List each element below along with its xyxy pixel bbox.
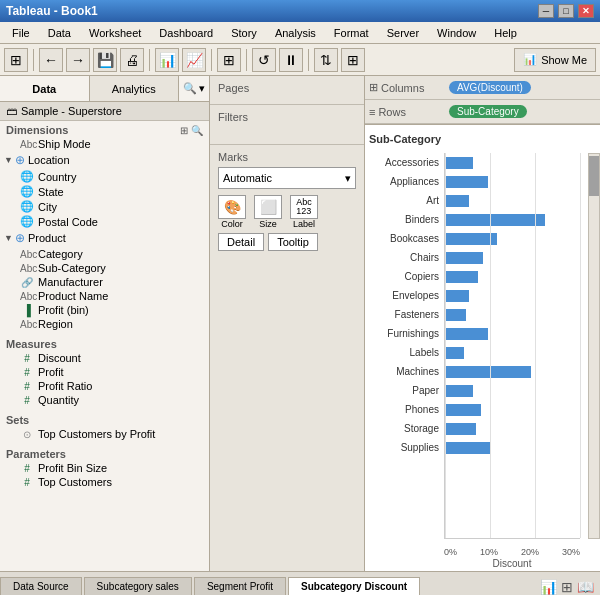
menu-format[interactable]: Format xyxy=(326,25,377,41)
bar-copiers[interactable] xyxy=(445,267,580,286)
dimensions-search-icon[interactable]: 🔍 xyxy=(191,125,203,136)
y-label-bookcases: Bookcases xyxy=(365,229,443,248)
toolbar-save[interactable]: 💾 xyxy=(93,48,117,72)
title-bar-controls: ─ □ ✕ xyxy=(538,4,594,18)
field-name: Profit Bin Size xyxy=(38,462,107,474)
toolbar-group[interactable]: ⊞ xyxy=(341,48,365,72)
toolbar-sort[interactable]: ⇅ xyxy=(314,48,338,72)
tab-analytics[interactable]: Analytics xyxy=(90,76,180,101)
field-profit-bin[interactable]: ▐ Profit (bin) xyxy=(0,303,209,317)
bar-fasteners[interactable] xyxy=(445,305,580,324)
menu-data[interactable]: Data xyxy=(40,25,79,41)
size-button[interactable]: ⬜ Size xyxy=(254,195,282,229)
field-postal-code[interactable]: 🌐 Postal Code xyxy=(0,214,209,229)
toolbar-forward[interactable]: → xyxy=(66,48,90,72)
field-top-customers-param[interactable]: # Top Customers xyxy=(0,475,209,489)
menu-server[interactable]: Server xyxy=(379,25,427,41)
tab-segment-profit[interactable]: Segment Profit xyxy=(194,577,286,595)
field-quantity[interactable]: # Quantity xyxy=(0,393,209,407)
new-tab-icon[interactable]: 📊 xyxy=(540,579,557,595)
field-category[interactable]: Abc Category xyxy=(0,247,209,261)
tab-data[interactable]: Data xyxy=(0,76,90,101)
field-state[interactable]: 🌐 State xyxy=(0,184,209,199)
field-sub-category[interactable]: Abc Sub-Category xyxy=(0,261,209,275)
bar-paper[interactable] xyxy=(445,381,580,400)
marks-type-dropdown[interactable]: Automatic ▾ xyxy=(218,167,356,189)
toolbar-filter[interactable]: ⊞ xyxy=(217,48,241,72)
bar-art[interactable] xyxy=(445,191,580,210)
maximize-button[interactable]: □ xyxy=(558,4,574,18)
group-icon: ⊕ xyxy=(15,231,25,245)
data-source-label[interactable]: 🗃 Sample - Superstore xyxy=(0,102,209,121)
field-region[interactable]: Abc Region xyxy=(0,317,209,331)
bar-binders[interactable] xyxy=(445,210,580,229)
toolbar-print[interactable]: 🖨 xyxy=(120,48,144,72)
new-story-icon[interactable]: 📖 xyxy=(577,579,594,595)
chart-x-title: Discount xyxy=(444,558,580,569)
abc-icon: Abc xyxy=(20,291,34,302)
toolbar-refresh[interactable]: ↺ xyxy=(252,48,276,72)
field-discount[interactable]: # Discount xyxy=(0,351,209,365)
menu-bar: File Data Worksheet Dashboard Story Anal… xyxy=(0,22,600,44)
bar-appliances[interactable] xyxy=(445,172,580,191)
bar-bookcases[interactable] xyxy=(445,229,580,248)
field-product-name[interactable]: Abc Product Name xyxy=(0,289,209,303)
rows-pill[interactable]: Sub-Category xyxy=(449,105,527,118)
columns-pill[interactable]: AVG(Discount) xyxy=(449,81,531,94)
menu-file[interactable]: File xyxy=(4,25,38,41)
menu-window[interactable]: Window xyxy=(429,25,484,41)
field-ship-mode[interactable]: Abc Ship Mode xyxy=(0,137,209,151)
tab-subcategory-discount[interactable]: Subcategory Discount xyxy=(288,577,420,595)
field-city[interactable]: 🌐 City xyxy=(0,199,209,214)
field-country[interactable]: 🌐 Country xyxy=(0,169,209,184)
close-button[interactable]: ✕ xyxy=(578,4,594,18)
abc-icon: Abc xyxy=(20,319,34,330)
menu-dashboard[interactable]: Dashboard xyxy=(151,25,221,41)
tooltip-button[interactable]: Tooltip xyxy=(268,233,318,251)
bar-labels[interactable] xyxy=(445,343,580,362)
bar-phones[interactable] xyxy=(445,400,580,419)
bar-supplies[interactable] xyxy=(445,438,580,457)
field-profit-ratio[interactable]: # Profit Ratio xyxy=(0,379,209,393)
menu-story[interactable]: Story xyxy=(223,25,265,41)
menu-worksheet[interactable]: Worksheet xyxy=(81,25,149,41)
field-profit[interactable]: # Profit xyxy=(0,365,209,379)
group-location-header[interactable]: ▼ ⊕ Location xyxy=(0,151,209,169)
rows-shelf: ≡ Rows Sub-Category xyxy=(365,100,600,124)
x-label-0: 0% xyxy=(444,547,457,557)
group-product-header[interactable]: ▼ ⊕ Product xyxy=(0,229,209,247)
menu-analysis[interactable]: Analysis xyxy=(267,25,324,41)
bar-machines[interactable] xyxy=(445,362,580,381)
new-dashboard-icon[interactable]: ⊞ xyxy=(561,579,573,595)
detail-button[interactable]: Detail xyxy=(218,233,264,251)
bar-envelopes[interactable] xyxy=(445,286,580,305)
menu-help[interactable]: Help xyxy=(486,25,525,41)
bar-accessories[interactable] xyxy=(445,153,580,172)
size-label: Size xyxy=(259,219,277,229)
bar-chairs[interactable] xyxy=(445,248,580,267)
search-icon[interactable]: 🔍 xyxy=(183,82,197,95)
field-manufacturer[interactable]: 🔗 Manufacturer xyxy=(0,275,209,289)
label-button[interactable]: Abc123 Label xyxy=(290,195,318,229)
bar-furnishings[interactable] xyxy=(445,324,580,343)
store-name: Sample - Superstore xyxy=(21,105,122,117)
show-me-button[interactable]: 📊 Show Me xyxy=(514,48,596,72)
chart-scrollbar[interactable] xyxy=(588,153,600,539)
toolbar-chart1[interactable]: 📊 xyxy=(155,48,179,72)
scroll-thumb[interactable] xyxy=(589,156,599,196)
minimize-button[interactable]: ─ xyxy=(538,4,554,18)
y-label-storage: Storage xyxy=(365,419,443,438)
toolbar-pause[interactable]: ⏸ xyxy=(279,48,303,72)
toolbar-chart2[interactable]: 📈 xyxy=(182,48,206,72)
tab-data-source[interactable]: Data Source xyxy=(0,577,82,595)
more-icon[interactable]: ▾ xyxy=(199,82,205,95)
toolbar-back[interactable]: ← xyxy=(39,48,63,72)
toolbar-new[interactable]: ⊞ xyxy=(4,48,28,72)
dimensions-grid-icon[interactable]: ⊞ xyxy=(180,125,188,136)
main-area: Data Analytics 🔍 ▾ 🗃 Sample - Superstore… xyxy=(0,76,600,571)
color-button[interactable]: 🎨 Color xyxy=(218,195,246,229)
bar-storage[interactable] xyxy=(445,419,580,438)
field-profit-bin-size[interactable]: # Profit Bin Size xyxy=(0,461,209,475)
tab-subcategory-sales[interactable]: Subcategory sales xyxy=(84,577,192,595)
field-top-customers[interactable]: ⊙ Top Customers by Profit xyxy=(0,427,209,441)
